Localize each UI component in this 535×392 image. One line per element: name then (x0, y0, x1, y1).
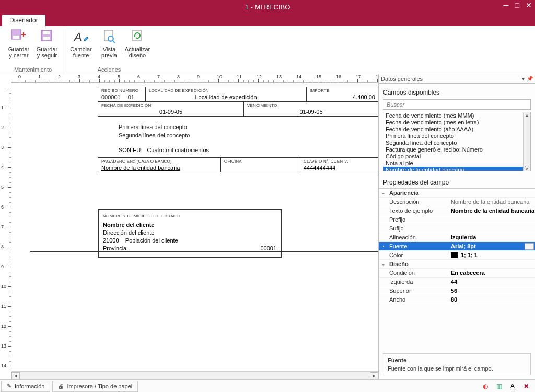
divider-line (30, 251, 378, 252)
save-continue-button[interactable]: Guardar y seguir (33, 27, 61, 60)
svg-line-8 (113, 41, 115, 43)
label-pagadero: PAGADERO EN:: (CAJA O BANCO) (101, 159, 217, 164)
prop-cat-appearance[interactable]: ⌄ Apariencia (379, 189, 535, 198)
prop-ejemplo[interactable]: Texto de ejemplo Nombre de la entidad ba… (379, 206, 535, 215)
field-list-item[interactable]: Segunda línea del concepto (383, 140, 523, 146)
save-continue-label: Guardar y seguir (37, 46, 57, 59)
field-list[interactable]: Fecha de vencimiento (mes MMM)Fecha de v… (383, 112, 531, 171)
printer-button[interactable]: 🖨 Impresora / Tipo de papel (52, 381, 138, 392)
preview-icon (101, 28, 118, 45)
svg-text:A: A (73, 30, 82, 43)
value-recibo-serie[interactable]: 01 (128, 94, 134, 100)
label-son: SON EU: (119, 147, 142, 153)
scroll-right-icon[interactable]: ► (370, 372, 378, 379)
prop-fuente-selected[interactable]: › Fuente Arial; 8pt … (379, 242, 535, 251)
ribbon-group-label-maint: Mantenimiento (14, 66, 52, 74)
info-button[interactable]: ✎ Información (1, 381, 50, 392)
design-canvas: 0123456789101112131415161718 12345678910… (0, 74, 378, 379)
chevron-down-icon[interactable]: ▾ (522, 76, 525, 82)
value-entidad-selected[interactable]: Nombre de la entidad bancaria (101, 165, 217, 171)
preview-label: Vista previa (101, 46, 117, 59)
maximize-icon[interactable]: □ (515, 1, 519, 9)
prop-cat-design[interactable]: ⌄ Diseño (379, 260, 535, 269)
value-poblacion[interactable]: Población del cliente (125, 237, 178, 244)
prop-sufijo[interactable]: Sufijo (379, 224, 535, 233)
field-list-item[interactable]: Fecha de vencimiento (mes MMM) (383, 112, 523, 119)
font-a-icon[interactable]: A (508, 382, 517, 390)
panel-dropdown-label: Datos generales (381, 76, 423, 82)
label-importe: IMPORTE (310, 88, 375, 93)
panel-dropdown[interactable]: Datos generales ▾ 📌 (379, 74, 535, 84)
status-bar: ✎ Información 🖨 Impresora / Tipo de pape… (0, 379, 535, 392)
doc-icon[interactable]: ▥ (494, 382, 504, 390)
label-clave: CLAVE O Nº. CUENTA (304, 159, 375, 164)
prop-alineacion[interactable]: Alineación Izquierda (379, 233, 535, 242)
ruler-vertical: 123456789101112131415 (0, 83, 11, 371)
svg-rect-4 (43, 31, 50, 34)
value-cliente-nombre[interactable]: Nombre del cliente (103, 221, 276, 229)
field-list-item[interactable]: Factura que generó el recibo: Número (383, 146, 523, 153)
scroll-up-icon[interactable]: ▲ (525, 112, 529, 118)
field-list-item[interactable]: Fecha de vencimiento (año AAAA) (383, 126, 523, 133)
field-list-item[interactable]: Fecha de vencimiento (mes en letra) (383, 119, 523, 126)
prop-izquierda[interactable]: Izquierda 44 (379, 278, 535, 286)
prop-color[interactable]: Color 1; 1; 1 (379, 251, 535, 260)
label-fecha-exp: FECHA DE EXPEDICIÓN (101, 103, 240, 108)
pin-icon[interactable]: 📌 (527, 76, 533, 82)
ribbon-group-actions: A Cambiar fuente Vista previa Actualizar… (64, 27, 154, 74)
ribbon-group-maintenance: Guardar y cerrar Guardar y seguir Manten… (2, 27, 64, 74)
prop-descripcion[interactable]: Descripción Nombre de la entidad bancari… (379, 198, 535, 206)
paper[interactable]: RECIBO NÚMERO 000001 01 LOCALIDAD DE EXP… (11, 83, 378, 371)
update-design-label: Actualizar diseño (125, 46, 150, 59)
minimize-icon[interactable]: ─ (504, 1, 509, 9)
value-fecha-exp[interactable]: 01-09-05 (101, 109, 240, 115)
value-concept2[interactable]: Segunda línea del concepto (119, 132, 357, 139)
eraser-icon[interactable]: ✖ (521, 382, 531, 390)
status-icons: ◐ ▥ A ✖ (481, 382, 535, 390)
prop-condicion[interactable]: Condición En cabecera (379, 269, 535, 278)
field-list-item[interactable]: Nota al pie (383, 160, 523, 167)
value-localidad[interactable]: Localidad de expedición (149, 94, 303, 100)
value-importe[interactable]: 4.400,00 (310, 94, 375, 100)
title-bar: 1 - MI RECIBO ─ □ ✕ (0, 0, 535, 14)
label-recibo-numero: RECIBO NÚMERO (101, 88, 142, 93)
property-grid: ⌄ Apariencia Descripción Nombre de la en… (379, 188, 535, 350)
window-title: 1 - MI RECIBO (245, 3, 290, 11)
value-concept1[interactable]: Primera línea del concepto (119, 124, 357, 130)
refresh-icon (129, 28, 146, 45)
value-cp[interactable]: 21000 (103, 237, 119, 244)
svg-rect-1 (13, 36, 19, 39)
help-title: Fuente (388, 357, 526, 363)
collapse-icon[interactable]: ⌄ (379, 190, 388, 195)
horizontal-scrollbar[interactable]: ◄ ► (11, 371, 378, 379)
value-recibo-num[interactable]: 000001 (101, 94, 121, 100)
scroll-expand-icon[interactable]: ⋁ (525, 165, 529, 171)
value-son[interactable]: Cuatro mil cuatrocientos (147, 147, 209, 153)
scroll-left-icon[interactable]: ◄ (11, 372, 20, 379)
update-design-button[interactable]: Actualizar diseño (124, 27, 151, 60)
help-box: Fuente Fuente con la que se imprimirá el… (383, 353, 531, 375)
palette-icon[interactable]: ◐ (481, 382, 490, 390)
value-cliente-dir[interactable]: Dirección del cliente (103, 229, 276, 237)
prop-superior[interactable]: Superior 56 (379, 286, 535, 295)
value-cuenta[interactable]: 4444444444 (304, 165, 375, 171)
prop-ancho[interactable]: Ancho 80 (379, 295, 535, 304)
search-input[interactable] (383, 99, 531, 110)
ellipsis-button[interactable]: … (525, 243, 534, 250)
change-font-button[interactable]: A Cambiar fuente (67, 27, 95, 60)
field-list-item[interactable]: Código postal (383, 153, 523, 160)
preview-button[interactable]: Vista previa (96, 27, 123, 60)
receipt-form: RECIBO NÚMERO 000001 01 LOCALIDAD DE EXP… (30, 87, 378, 172)
expand-icon[interactable]: › (379, 244, 388, 249)
save-close-button[interactable]: Guardar y cerrar (5, 27, 32, 60)
prop-prefijo[interactable]: Prefijo (379, 215, 535, 224)
field-list-item[interactable]: Primera línea del concepto (383, 133, 523, 140)
field-list-item[interactable]: Nombre de la entidad bancaria (383, 167, 523, 171)
close-icon[interactable]: ✕ (526, 1, 532, 9)
color-swatch (451, 252, 458, 258)
tab-strip: Diseñador (0, 14, 535, 26)
tab-designer[interactable]: Diseñador (2, 15, 45, 26)
collapse-icon[interactable]: ⌄ (379, 261, 388, 267)
value-vencimiento[interactable]: 01-09-05 (247, 109, 375, 115)
fieldlist-scrollbar[interactable]: ▲ ⋁ (523, 112, 530, 171)
